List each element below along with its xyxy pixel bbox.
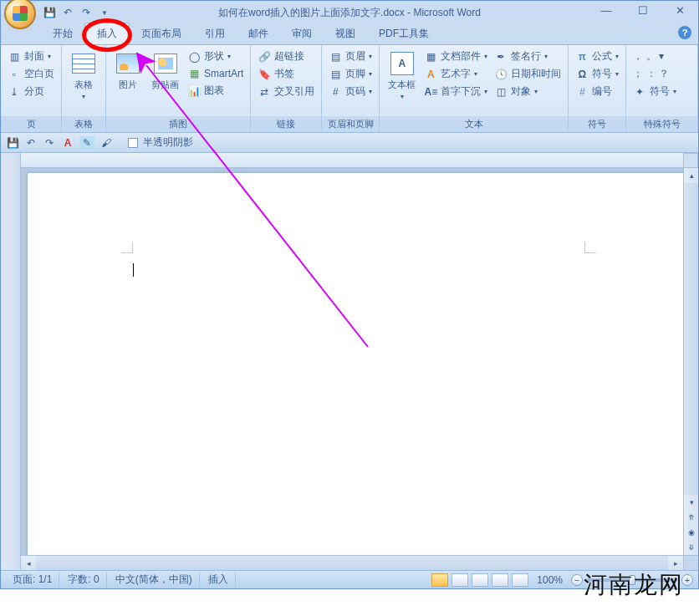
- print-layout-view[interactable]: [431, 573, 448, 587]
- outline-view[interactable]: [492, 573, 508, 587]
- page-count[interactable]: 页面: 1/1: [6, 573, 59, 588]
- symbol-icon: Ω: [575, 68, 589, 81]
- equation-button[interactable]: π公式 ▾: [574, 48, 620, 64]
- fullscreen-view[interactable]: [452, 573, 468, 587]
- crossref-icon: ⇄: [258, 85, 271, 99]
- blank-page-icon: ▫: [8, 68, 21, 81]
- footer-button[interactable]: ▤页脚 ▾: [327, 66, 374, 82]
- zoom-out-button[interactable]: −: [571, 574, 583, 586]
- picture-button[interactable]: 图片: [111, 48, 145, 93]
- group-links-label: 链接: [251, 116, 321, 132]
- horizontal-ruler[interactable]: [21, 153, 683, 168]
- group-pages-label: 页: [1, 116, 61, 132]
- chart-button[interactable]: 📊图表: [186, 83, 245, 99]
- punct-row1[interactable]: ， 。 ▾: [631, 48, 678, 64]
- redo-icon[interactable]: ↷: [79, 6, 93, 19]
- tab-pdf[interactable]: PDF工具集: [367, 23, 441, 44]
- language[interactable]: 中文(简体，中国): [109, 573, 200, 588]
- highlight-icon[interactable]: ✎: [79, 136, 94, 150]
- text-cursor: [133, 263, 134, 277]
- picture-icon: [115, 50, 141, 77]
- table-button[interactable]: 表格 ▾: [67, 48, 100, 102]
- wordart-icon: A: [424, 68, 437, 81]
- prev-page-icon[interactable]: ⤊: [684, 510, 698, 525]
- close-button[interactable]: ✕: [661, 1, 698, 19]
- sigline-button[interactable]: ✒签名行 ▾: [492, 48, 563, 64]
- group-headerfooter-label: 页眉和页脚: [322, 116, 379, 132]
- bookmark-button[interactable]: 🔖书签: [256, 66, 316, 82]
- page[interactable]: [28, 173, 688, 566]
- save-icon[interactable]: 💾: [6, 136, 19, 150]
- minimize-button[interactable]: —: [588, 1, 625, 19]
- tab-view[interactable]: 视图: [324, 23, 367, 44]
- blank-page-button[interactable]: ▫空白页: [6, 66, 56, 82]
- textbox-button[interactable]: A 文本框 ▾: [385, 48, 419, 102]
- font-color-icon[interactable]: A: [61, 136, 74, 150]
- textbox-icon: A: [389, 50, 416, 77]
- vertical-scrollbar[interactable]: ▴ ▾ ⤊ ◉ ⤋: [683, 168, 698, 555]
- titlebar: 💾 ↶ ↷ ▼ 如何在word插入的图片上面添加文字.docx - Micros…: [1, 1, 698, 24]
- insert-mode[interactable]: 插入: [202, 573, 236, 588]
- save-icon[interactable]: 💾: [43, 6, 56, 19]
- symbol-button[interactable]: Ω符号 ▾: [574, 66, 620, 82]
- brush-icon[interactable]: 🖌: [99, 136, 113, 150]
- zoom-level[interactable]: 100%: [537, 574, 563, 586]
- quickparts-button[interactable]: ▦文档部件 ▾: [422, 48, 489, 64]
- chart-icon: 📊: [187, 84, 201, 98]
- secondary-toolbar: 💾 ↶ ↷ A ✎ 🖌 半透明阴影: [1, 133, 698, 153]
- clipart-icon: [152, 50, 179, 77]
- shapes-button[interactable]: ◯形状 ▾: [186, 48, 245, 64]
- hyperlink-button[interactable]: 🔗超链接: [256, 48, 316, 64]
- special-symbol-button[interactable]: ✦符号 ▾: [631, 84, 678, 99]
- header-button[interactable]: ▤页眉 ▾: [327, 48, 374, 64]
- browse-object-icon[interactable]: ◉: [684, 525, 698, 540]
- vertical-ruler[interactable]: [1, 153, 21, 570]
- draft-view[interactable]: [512, 573, 528, 587]
- workspace: ▴ ▾ ⤊ ◉ ⤋ ◂ ▸: [1, 153, 698, 570]
- group-illustrations-label: 插图: [106, 116, 250, 132]
- cover-page-button[interactable]: ▥封面 ▾: [6, 48, 56, 64]
- help-icon[interactable]: ?: [678, 26, 691, 39]
- redo-icon[interactable]: ↷: [43, 136, 56, 150]
- tab-home[interactable]: 开始: [41, 23, 84, 44]
- object-button[interactable]: ◫对象 ▾: [492, 84, 563, 99]
- next-page-icon[interactable]: ⤋: [684, 540, 698, 555]
- word-count[interactable]: 字数: 0: [61, 573, 106, 588]
- undo-icon[interactable]: ↶: [61, 6, 74, 19]
- object-icon: ◫: [494, 85, 508, 99]
- tab-mailings[interactable]: 邮件: [237, 23, 280, 44]
- horizontal-scrollbar[interactable]: ◂ ▸: [21, 555, 683, 570]
- signature-icon: ✒: [494, 50, 508, 64]
- group-text: A 文本框 ▾ ▦文档部件 ▾ A艺术字 ▾ A≡首字下沉 ▾ ✒签名行 ▾ 🕓…: [380, 45, 569, 132]
- qat-dropdown-icon[interactable]: ▼: [98, 6, 111, 19]
- scroll-right-icon[interactable]: ▸: [668, 556, 683, 570]
- tab-layout[interactable]: 页面布局: [130, 23, 193, 44]
- crossref-button[interactable]: ⇄交叉引用: [256, 84, 316, 99]
- dropcap-icon: A≡: [424, 85, 437, 99]
- translucent-checkbox[interactable]: [128, 138, 138, 148]
- punct-row2[interactable]: ； ： ？: [631, 66, 678, 82]
- tab-review[interactable]: 审阅: [280, 23, 324, 44]
- pagenum-button[interactable]: #页码 ▾: [327, 84, 374, 99]
- web-layout-view[interactable]: [472, 573, 488, 587]
- undo-icon[interactable]: ↶: [24, 136, 38, 150]
- maximize-button[interactable]: ☐: [625, 1, 661, 19]
- shapes-icon: ◯: [187, 50, 201, 64]
- ribbon-tabs: 开始 插入 页面布局 引用 邮件 审阅 视图 PDF工具集 ?: [1, 24, 698, 44]
- scroll-left-icon[interactable]: ◂: [21, 556, 36, 570]
- ruler-toggle-button[interactable]: [683, 153, 698, 168]
- tab-references[interactable]: 引用: [193, 23, 237, 44]
- dropcap-button[interactable]: A≡首字下沉 ▾: [422, 84, 489, 99]
- number-button[interactable]: #编号: [574, 84, 620, 99]
- quick-access-toolbar: 💾 ↶ ↷ ▼: [43, 6, 111, 19]
- wordart-button[interactable]: A艺术字 ▾: [422, 66, 489, 82]
- scroll-down-icon[interactable]: ▾: [684, 495, 698, 510]
- page-break-button[interactable]: ⤓分页: [6, 84, 56, 99]
- cover-page-icon: ▥: [8, 50, 21, 64]
- group-links: 🔗超链接 🔖书签 ⇄交叉引用 链接: [251, 45, 322, 132]
- clipart-button[interactable]: 剪贴画: [148, 48, 182, 93]
- tab-insert[interactable]: 插入: [84, 23, 130, 44]
- datetime-button[interactable]: 🕓日期和时间: [492, 66, 563, 82]
- scroll-up-icon[interactable]: ▴: [684, 168, 698, 183]
- smartart-button[interactable]: ▦SmartArt: [186, 66, 245, 81]
